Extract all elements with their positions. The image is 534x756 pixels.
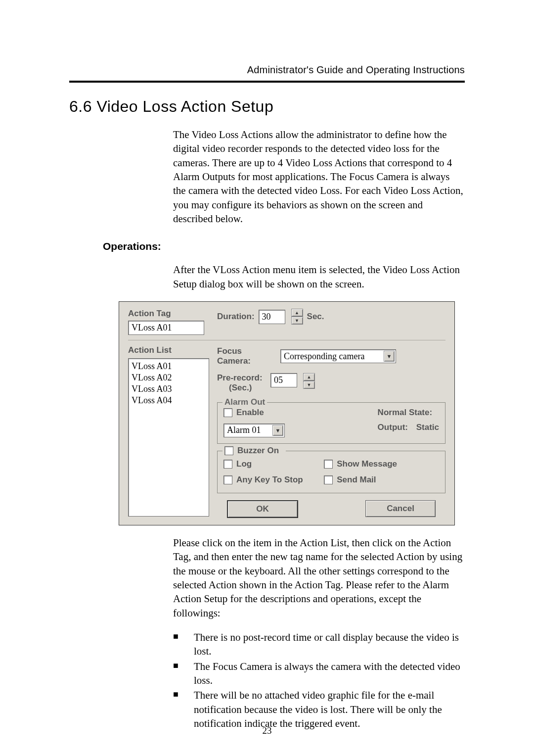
- enable-label: Enable: [236, 408, 264, 418]
- list-item: There is no post-record time or call dis…: [173, 630, 465, 659]
- dialog-divider: [128, 340, 445, 340]
- list-item: There will be no attached video graphic …: [173, 688, 465, 730]
- bullet-list: There is no post-record time or call dis…: [173, 630, 465, 730]
- checkbox-icon: [223, 475, 232, 484]
- checkbox-icon: [223, 460, 232, 469]
- sec-label: Sec.: [307, 312, 324, 322]
- anykey-label: Any Key To Stop: [236, 475, 303, 485]
- spin-up-icon[interactable]: ▲: [291, 309, 303, 317]
- alarm-select[interactable]: Alarm 01 ▼: [223, 424, 285, 437]
- focus-camera-select[interactable]: Corresponding camera ▼: [280, 349, 396, 363]
- intro-paragraph: The Video Loss Actions allow the adminis…: [173, 128, 465, 226]
- instructions-paragraph: Please click on the item in the Action L…: [173, 536, 465, 620]
- list-item: The Focus Camera is always the camera wi…: [173, 660, 465, 688]
- list-item[interactable]: VLoss A02: [132, 372, 206, 383]
- log-label: Log: [236, 459, 252, 469]
- operations-heading: Operations:: [103, 240, 465, 252]
- list-item[interactable]: VLoss A04: [132, 395, 206, 406]
- showmsg-checkbox[interactable]: Show Message: [324, 459, 397, 469]
- checkbox-icon: [223, 408, 232, 417]
- ok-button[interactable]: OK: [227, 500, 298, 518]
- normal-state-label: Normal State:: [378, 408, 439, 418]
- chevron-down-icon[interactable]: ▼: [384, 351, 395, 362]
- alarm-out-legend: Alarm Out: [222, 397, 267, 407]
- pre-record-spinner[interactable]: ▲ ▼: [302, 373, 315, 389]
- alarm-out-group: Alarm Out Enable Alarm 01 ▼: [217, 402, 445, 444]
- enable-checkbox[interactable]: Enable: [223, 408, 264, 418]
- sendmail-checkbox[interactable]: Send Mail: [324, 475, 376, 485]
- options-group: Buzzer On Log Any Key To Stop: [217, 451, 445, 493]
- operations-paragraph: After the VLoss Action menu item is sele…: [173, 263, 465, 291]
- spin-up-icon[interactable]: ▲: [303, 373, 315, 381]
- cancel-button[interactable]: Cancel: [365, 500, 436, 517]
- checkbox-icon: [324, 475, 333, 484]
- duration-label: Duration:: [217, 312, 255, 322]
- checkbox-icon: [224, 446, 233, 455]
- anykey-checkbox[interactable]: Any Key To Stop: [223, 475, 303, 485]
- action-tag-label: Action Tag: [128, 309, 212, 319]
- output-label: Output:: [378, 423, 408, 432]
- page-number: 23: [0, 725, 534, 736]
- showmsg-label: Show Message: [337, 459, 397, 469]
- header-rule: [69, 81, 465, 83]
- spin-down-icon[interactable]: ▼: [291, 317, 303, 325]
- list-item[interactable]: VLoss A01: [132, 361, 206, 372]
- action-listbox[interactable]: VLoss A01 VLoss A02 VLoss A03 VLoss A04: [128, 358, 209, 517]
- spin-down-icon[interactable]: ▼: [303, 381, 315, 389]
- focus-camera-label: Focus Camera:: [217, 346, 276, 366]
- alarm-select-value: Alarm 01: [227, 425, 271, 435]
- action-list-label: Action List: [128, 345, 212, 355]
- sendmail-label: Send Mail: [337, 475, 376, 485]
- pre-record-label: Pre-record:: [217, 373, 263, 382]
- pre-record-input[interactable]: 05: [270, 373, 297, 387]
- list-item[interactable]: VLoss A03: [132, 383, 206, 395]
- pre-record-unit: (Sec.): [229, 383, 252, 392]
- vloss-action-dialog: Action Tag VLoss A01 Duration: 30 ▲ ▼ Se…: [119, 301, 455, 525]
- buzzer-label: Buzzer On: [237, 446, 279, 456]
- buzzer-checkbox[interactable]: Buzzer On: [224, 446, 279, 456]
- output-value: Static: [416, 423, 439, 432]
- section-title: 6.6 Video Loss Action Setup: [69, 97, 465, 116]
- log-checkbox[interactable]: Log: [223, 459, 252, 469]
- action-tag-input[interactable]: VLoss A01: [128, 321, 204, 335]
- duration-input[interactable]: 30: [259, 310, 285, 324]
- running-head: Administrator's Guide and Operating Inst…: [69, 64, 465, 76]
- duration-spinner[interactable]: ▲ ▼: [290, 309, 303, 325]
- chevron-down-icon[interactable]: ▼: [272, 425, 283, 436]
- checkbox-icon: [324, 460, 333, 469]
- focus-camera-value: Corresponding camera: [284, 351, 383, 362]
